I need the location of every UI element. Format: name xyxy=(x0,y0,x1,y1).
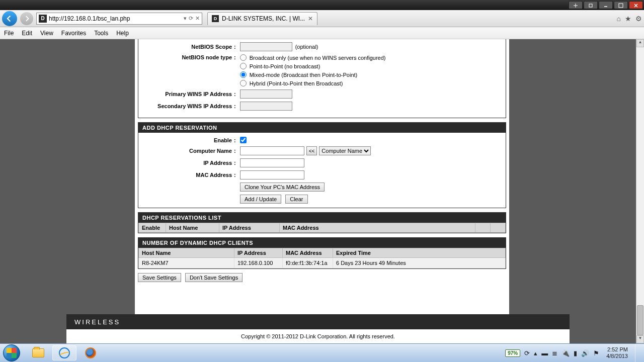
back-button[interactable] xyxy=(2,11,17,26)
col-edit xyxy=(475,223,491,233)
add-dhcp-reservation-panel: ADD DHCP RESERVATION Enable: Computer Na… xyxy=(138,122,506,208)
add-update-button[interactable]: Add / Update xyxy=(240,195,281,204)
node-type-broadcast-radio[interactable] xyxy=(240,54,247,61)
enable-checkbox[interactable] xyxy=(240,137,247,143)
left-sidebar xyxy=(70,39,135,343)
scroll-up-icon[interactable]: ▲ xyxy=(636,39,644,47)
copyright: Copyright © 2011-2012 D-Link Corporation… xyxy=(66,329,570,343)
svg-rect-1 xyxy=(619,4,623,8)
taskbar: 97% ⟳ ▴ ▬ ≣ 🔌 ▮ 🔊 ⚑ 2:52 PM 4/8/2013 xyxy=(0,343,644,362)
menu-favorites[interactable]: Favorites xyxy=(61,30,86,37)
maximize-button[interactable] xyxy=(614,1,628,9)
tray-bluetooth-icon[interactable]: ≣ xyxy=(552,349,557,357)
forward-button[interactable] xyxy=(20,12,33,25)
ip-address-label: IP Address xyxy=(143,160,234,166)
ip-address-input[interactable] xyxy=(240,158,304,167)
col-host-name: Host Name xyxy=(166,223,219,233)
node-type-hybrid-radio[interactable] xyxy=(240,80,247,86)
tray-battery-icon[interactable]: ▮ xyxy=(574,349,577,357)
tray-clock[interactable]: 2:52 PM 4/8/2013 xyxy=(606,346,628,359)
menu-help[interactable]: Help xyxy=(116,30,129,37)
mac-address-input[interactable] xyxy=(240,170,304,179)
primary-wins-input[interactable] xyxy=(240,89,292,99)
clear-button[interactable]: Clear xyxy=(285,195,307,204)
tray-action-icon[interactable]: ⚑ xyxy=(593,349,599,357)
netbios-scope-input[interactable] xyxy=(240,42,292,51)
show-desktop-button[interactable] xyxy=(635,344,640,363)
folder-icon xyxy=(32,348,44,357)
right-sidebar xyxy=(509,39,574,343)
dont-save-settings-button[interactable]: Don't Save Settings xyxy=(185,273,243,282)
menu-edit[interactable]: Edit xyxy=(22,30,32,37)
taskbar-ie[interactable] xyxy=(52,345,76,360)
tray-time: 2:52 PM xyxy=(606,346,628,353)
battery-badge[interactable]: 97% xyxy=(505,349,520,357)
site-favicon: D xyxy=(39,15,47,23)
browser-tab[interactable]: D D-LINK SYSTEMS, INC. | WI... ✕ xyxy=(207,12,317,25)
mac-address-label: MAC Address xyxy=(143,172,234,178)
tray-date: 4/8/2013 xyxy=(606,353,628,359)
save-settings-button[interactable]: Save Settings xyxy=(138,273,181,282)
col-delete xyxy=(491,223,506,233)
save-row: Save Settings Don't Save Settings xyxy=(138,273,506,282)
scroll-down-icon[interactable]: ▼ xyxy=(636,335,644,343)
col-ip-address: IP Address xyxy=(219,223,280,233)
secondary-wins-input[interactable] xyxy=(240,102,292,111)
tab-close-icon[interactable]: ✕ xyxy=(308,15,313,22)
refresh-icon[interactable]: ⟳ xyxy=(189,15,193,22)
address-input[interactable] xyxy=(49,15,184,22)
col-expired-time: Expired Time xyxy=(333,248,506,258)
menu-view[interactable]: View xyxy=(40,30,53,37)
secondary-wins-label: Secondary WINS IP Address xyxy=(143,103,234,109)
fullscreen-button[interactable] xyxy=(569,1,583,9)
taskbar-explorer[interactable] xyxy=(26,345,50,360)
dropdown-icon[interactable]: ▾ xyxy=(184,15,187,22)
tools-icon[interactable]: ⚙ xyxy=(635,15,642,23)
main-content: NetBIOS Scope: (optional) NetBIOS node t… xyxy=(135,39,509,343)
favorites-icon[interactable]: ★ xyxy=(625,15,631,23)
dhcp-clients-panel: NUMBER OF DYNAMIC DHCP CLIENTS Host Name… xyxy=(138,237,506,269)
tray-network-icon[interactable]: ▬ xyxy=(541,349,548,357)
footer-brand-strip: WIRELESS xyxy=(66,314,570,329)
menu-tools[interactable]: Tools xyxy=(94,30,108,37)
cell-expired: 6 Days 23 Hours 49 Minutes xyxy=(333,258,506,268)
start-button[interactable] xyxy=(0,344,23,363)
node-type-p2p-radio[interactable] xyxy=(240,63,247,69)
computer-name-select[interactable]: Computer Name xyxy=(319,146,371,155)
dhcp-reservations-list-panel: DHCP RESERVATIONS LIST Enable Host Name … xyxy=(138,212,506,233)
copy-name-button[interactable]: << xyxy=(306,146,317,155)
col-host-name: Host Name xyxy=(139,248,234,258)
ie-icon xyxy=(59,347,70,358)
stop-icon[interactable]: ✕ xyxy=(195,15,200,22)
system-tray: 97% ⟳ ▴ ▬ ≣ 🔌 ▮ 🔊 ⚑ 2:52 PM 4/8/2013 xyxy=(501,344,644,363)
node-type-mixed-radio[interactable] xyxy=(240,71,247,78)
enable-label: Enable xyxy=(143,137,234,143)
menu-file[interactable]: File xyxy=(4,30,14,37)
tray-power-icon[interactable]: 🔌 xyxy=(561,349,570,357)
netbios-scope-label: NetBIOS Scope xyxy=(143,44,234,50)
svg-rect-0 xyxy=(589,4,592,7)
windows-logo-icon xyxy=(3,344,20,361)
scroll-thumb[interactable] xyxy=(637,305,643,335)
add-dhcp-reservation-header: ADD DHCP RESERVATION xyxy=(138,123,506,133)
dhcp-reservations-list-header: DHCP RESERVATIONS LIST xyxy=(138,213,506,223)
restore-button[interactable] xyxy=(584,1,598,9)
window-titlebar xyxy=(0,0,644,10)
tray-sync-icon[interactable]: ⟳ xyxy=(524,349,530,357)
computer-name-input[interactable] xyxy=(240,146,304,155)
col-enable: Enable xyxy=(139,223,166,233)
tray-chevron-icon[interactable]: ▴ xyxy=(534,349,537,357)
dhcp-clients-header: NUMBER OF DYNAMIC DHCP CLIENTS xyxy=(138,238,506,248)
tab-title: D-LINK SYSTEMS, INC. | WI... xyxy=(222,15,305,22)
clone-mac-button[interactable]: Clone Your PC's MAC Address xyxy=(240,183,325,192)
close-button[interactable] xyxy=(629,1,643,9)
home-icon[interactable]: ⌂ xyxy=(617,15,621,23)
vertical-scrollbar[interactable]: ▲ ▼ xyxy=(636,39,644,343)
tray-volume-icon[interactable]: 🔊 xyxy=(581,349,589,357)
address-bar[interactable]: D ▾ ⟳ ✕ xyxy=(36,13,202,25)
cell-ip: 192.168.0.100 xyxy=(234,258,283,268)
brand-text: WIRELESS xyxy=(74,318,120,326)
minimize-button[interactable] xyxy=(599,1,613,9)
page-viewport: NetBIOS Scope: (optional) NetBIOS node t… xyxy=(0,39,644,343)
taskbar-firefox[interactable] xyxy=(78,345,103,360)
